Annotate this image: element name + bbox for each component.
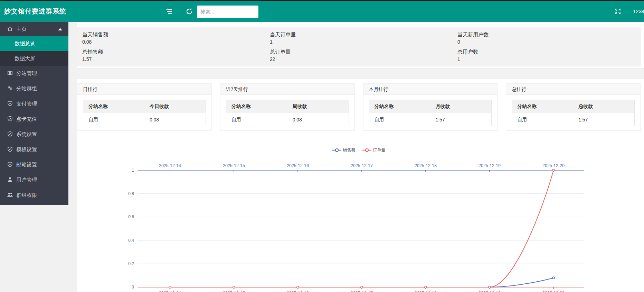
stats-column: 当天销售额0.08总销售额1.57 [77,27,265,66]
sidebar-subitem-数据大屏[interactable]: 数据大屏 [0,51,68,66]
card-title: 近7天排行 [220,84,354,95]
series-point-订单量 [233,286,235,288]
ranking-table: 分站名称周收款自用0.08 [226,100,349,126]
sidebar-item-模板设置[interactable]: 模板设置 [0,142,68,157]
users-icon [7,192,13,198]
card-title: 本月排行 [363,84,498,95]
sidebar-menu: 主页数据总览数据大屏分站管理分站群组支付管理点卡充值系统设置模板设置邮箱设置用户… [0,22,68,205]
table-cell: 1.57 [430,113,491,126]
caret-up-icon [58,28,62,30]
series-point-订单量 [552,169,555,171]
series-point-销售额 [552,277,555,279]
stat-label: 当天销售额 [82,31,265,38]
table-header-cell: 分站名称 [512,100,573,113]
table-cell: 0.08 [144,113,206,126]
stats-panel: 当天销售额0.08总销售额1.57当天订单量1总订单量22当天新用户数0总用户数… [77,27,641,66]
y-tick-label: 1 [132,168,134,173]
table-cell: 自用 [512,113,573,126]
sidebar-item-label: 点卡充值 [16,116,37,122]
table-header-cell: 分站名称 [226,100,287,113]
bottom-date-label: 2025-12-17 [351,291,373,292]
sidebar-item-系统设置[interactable]: 系统设置 [0,127,68,142]
sidebar-item-分站群组[interactable]: 分站群组 [0,81,68,96]
series-point-订单量 [297,286,299,288]
line-chart: 00.20.40.60.812025-12-142025-12-152025-1… [77,155,641,292]
stat-value: 0.08 [82,38,265,45]
y-tick-label: 0.2 [128,261,134,266]
sidebar-item-用户管理[interactable]: 用户管理 [0,172,68,188]
sidebar-item-分站管理[interactable]: 分站管理 [0,66,68,81]
y-tick-label: 0.4 [128,238,134,243]
sidebar-item-邮箱设置[interactable]: 邮箱设置 [0,157,68,172]
table-header-cell: 月收款 [430,100,491,113]
sidebar-submenu: 数据总览数据大屏 [0,36,68,66]
series-point-订单量 [489,286,491,288]
y-tick-label: 0 [132,285,134,290]
stat-label: 总用户数 [457,48,640,56]
sidebar-item-label: 用户管理 [16,177,37,183]
fullscreen-icon[interactable] [614,7,622,16]
card-body: 分站名称今日收款自用0.08 [77,95,211,126]
collapse-menu-icon[interactable] [165,7,173,16]
refresh-icon[interactable] [185,7,193,16]
legend-item-销售额[interactable]: 销售额 [332,147,356,154]
username-label[interactable]: 12345 [633,1,644,22]
table-row: 自用0.08 [226,113,349,126]
legend-label: 销售额 [343,147,356,153]
app-title: 妙文馆付费进群系统 [4,1,66,22]
shield-check-icon [7,131,13,137]
sidebar-subitem-数据总览[interactable]: 数据总览 [0,36,68,51]
top-header-bar: 妙文馆付费进群系统 12345 [0,1,644,22]
sidebar-item-支付管理[interactable]: 支付管理 [0,96,68,111]
card-body: 分站名称月收款自用1.57 [363,95,498,126]
table-cell: 1.57 [573,113,634,126]
sliders-icon [7,85,13,91]
y-tick-label: 0.8 [128,191,134,196]
shield-check-icon [7,116,13,122]
search-input[interactable] [197,6,258,18]
series-point-订单量 [169,286,171,288]
sidebar-item-label: 模板设置 [16,146,37,152]
sidebar-item-群组权限[interactable]: 群组权限 [0,188,68,203]
series-point-订单量 [425,286,427,288]
ranking-table: 分站名称月收款自用1.57 [369,100,492,126]
chart-legend: 销售额订单量 [77,147,641,154]
top-date-label: 2025-12-18 [415,163,437,168]
card-title: 总排行 [506,84,640,95]
sidebar-item-点卡充值[interactable]: 点卡充值 [0,111,68,127]
ranking-table: 分站名称总收款自用1.57 [512,100,635,126]
ranking-card-总排行: 总排行分站名称总收款自用1.57 [506,83,641,131]
table-row: 自用1.57 [512,113,635,126]
legend-item-订单量[interactable]: 订单量 [362,147,386,154]
sidebar-item-label: 分站群组 [16,85,37,91]
stat-value: 22 [270,56,453,63]
sidebar-item-label: 群组权限 [16,192,37,198]
sidebar-item-label: 支付管理 [16,101,37,107]
bottom-date-label: 2025-12-20 [542,291,565,292]
top-date-label: 2025-12-20 [542,163,565,168]
table-header-cell: 周收款 [287,100,349,113]
ranking-cards-row: 日排行分站名称今日收款自用0.08近7天排行分站名称周收款自用0.08本月排行分… [77,83,641,131]
bottom-date-label: 2025-12-15 [223,291,245,292]
y-tick-label: 0.6 [128,215,134,219]
card-body: 分站名称总收款自用1.57 [506,95,640,126]
table-cell: 自用 [226,113,287,126]
stats-column: 当天订单量1总订单量22 [265,27,453,66]
stat-value: 1.57 [82,56,265,63]
table-header-cell: 今日收款 [144,100,206,113]
table-header-cell: 总收款 [573,100,634,113]
stat-label: 当天订单量 [270,31,453,38]
sidebar-item-主页[interactable]: 主页 [0,22,68,36]
stat-label: 总订单量 [270,48,453,56]
divider-band [77,68,644,79]
ranking-card-日排行: 日排行分站名称今日收款自用0.08 [77,83,212,131]
table-cell: 自用 [83,113,144,126]
top-date-label: 2025-12-14 [159,163,181,168]
stats-column: 当天新用户数0总用户数1 [453,27,640,66]
grid-icon [7,70,13,76]
series-line-订单量 [170,170,553,287]
sidebar-item-label: 系统设置 [16,131,37,137]
legend-marker-icon [332,148,341,152]
ranking-table: 分站名称今日收款自用0.08 [83,100,206,126]
bottom-date-label: 2025-12-19 [479,291,501,292]
